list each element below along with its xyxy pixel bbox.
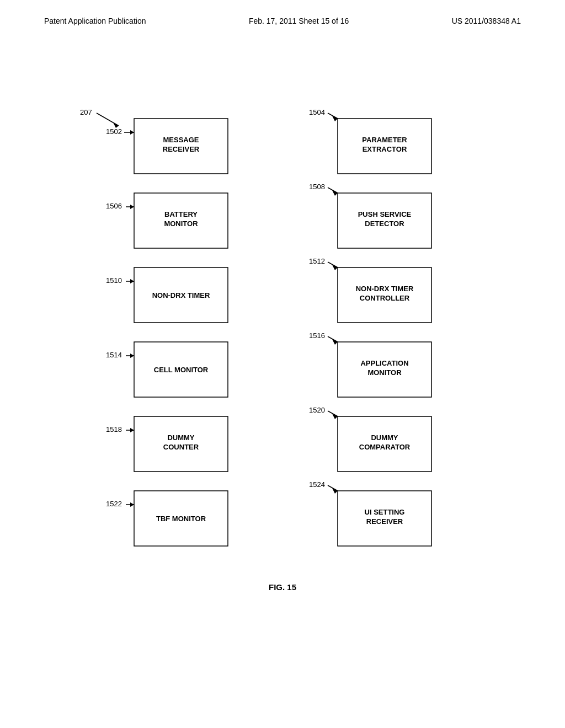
block-label-1508-1: PUSH SERVICE: [358, 210, 412, 218]
label-1524: 1524: [309, 480, 325, 489]
header-center: Feb. 17, 2011 Sheet 15 of 16: [249, 17, 349, 25]
block-label-1522: TBF MONITOR: [156, 515, 206, 523]
svg-marker-3: [130, 130, 134, 135]
label-1520: 1520: [309, 406, 325, 414]
svg-marker-16: [130, 354, 134, 358]
svg-marker-8: [130, 205, 134, 209]
label-1510: 1510: [106, 276, 122, 285]
block-label-1506-2: MONITOR: [164, 220, 198, 228]
svg-line-21: [328, 411, 338, 416]
svg-text:RECEIVER: RECEIVER: [163, 145, 200, 153]
figure-caption: FIG. 15: [269, 582, 296, 592]
header-right: US 2011/038348 A1: [452, 17, 521, 25]
block-label-1508-2: DETECTOR: [365, 220, 404, 228]
block-label-1524-1: UI SETTING: [365, 508, 405, 516]
page-header: Patent Application Publication Feb. 17, …: [0, 0, 565, 36]
block-label-1512-1: NON-DRX TIMER: [356, 285, 414, 293]
block-label-1520-2: COMPARATOR: [359, 443, 411, 451]
block-label-1518-2: COUNTER: [163, 443, 199, 451]
label-1514: 1514: [106, 351, 122, 359]
label-1516: 1516: [309, 331, 325, 340]
svg-marker-20: [130, 428, 134, 432]
label-1506: 1506: [106, 202, 122, 210]
block-label-1520-1: DUMMY: [371, 433, 398, 442]
svg-marker-24: [130, 502, 134, 507]
block-label-1524-2: RECEIVER: [366, 517, 403, 526]
label-1508: 1508: [309, 183, 325, 191]
block-label-1504-1: PARAMETER: [362, 136, 407, 144]
label-1512: 1512: [309, 257, 325, 265]
header-left: Patent Application Publication: [44, 17, 146, 25]
block-label-1514: CELL MONITOR: [154, 366, 209, 374]
label-1504: 1504: [309, 108, 325, 116]
svg-line-17: [328, 336, 338, 342]
label-207: 207: [80, 108, 92, 116]
label-1522: 1522: [106, 500, 122, 508]
block-label-1510: NON-DRX TIMER: [152, 291, 210, 299]
block-label-1516-1: APPLICATION: [360, 359, 408, 367]
block-label-1518-1: DUMMY: [167, 433, 194, 442]
block-label-1512-2: CONTROLLER: [360, 294, 410, 302]
svg-line-25: [328, 485, 338, 491]
label-1502: 1502: [106, 127, 122, 136]
svg-line-5: [328, 113, 338, 119]
label-1518: 1518: [106, 425, 122, 433]
block-label-1502: MESSAGE: [163, 136, 199, 144]
block-label-1506-1: BATTERY: [164, 210, 198, 218]
svg-marker-12: [130, 279, 134, 283]
svg-line-13: [328, 262, 338, 267]
svg-line-9: [328, 188, 338, 193]
block-label-1504-2: EXTRACTOR: [363, 145, 407, 153]
block-label-1516-2: MONITOR: [367, 368, 402, 377]
